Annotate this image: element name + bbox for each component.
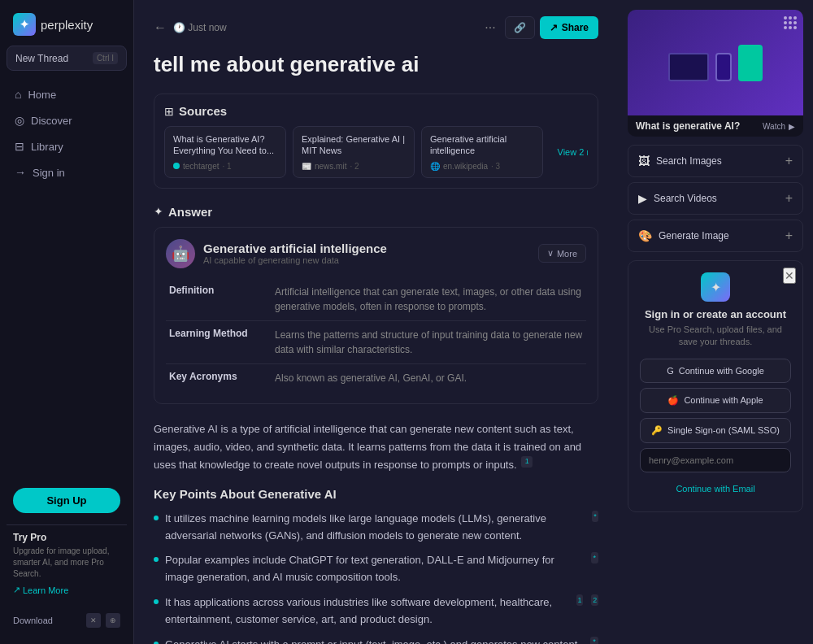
google-icon: G xyxy=(667,366,674,376)
images-icon: 🖼 xyxy=(638,154,650,168)
sign-in-logo: ✦ xyxy=(701,272,730,302)
view-more-button[interactable]: View 2 more xyxy=(550,126,588,178)
watch-button[interactable]: Watch ▶ xyxy=(763,122,795,131)
link-button[interactable]: 🔗 xyxy=(505,16,535,39)
citation-3: * xyxy=(591,552,598,564)
share-button[interactable]: ↗ Share xyxy=(540,16,598,39)
key-icon: 🔑 xyxy=(651,425,663,436)
answer-entity-header: 🤖 Generative artificial intelligence AI … xyxy=(166,239,586,268)
action-cards: 🖼 Search Images + ▶ Search Videos + 🎨 Ge… xyxy=(628,145,803,252)
nav-label-home: Home xyxy=(28,89,56,101)
logo-text: perplexity xyxy=(41,18,93,32)
sidebar-item-library[interactable]: ⊟ Library xyxy=(7,134,127,159)
plus-icon: + xyxy=(785,154,793,168)
learn-more-link[interactable]: ↗ Learn More xyxy=(13,585,120,595)
info-table: Definition Artificial intelligence that … xyxy=(166,278,586,392)
signin-icon: → xyxy=(15,166,26,179)
label-learning: Learning Method xyxy=(166,320,272,363)
sign-up-button[interactable]: Sign Up xyxy=(13,488,120,513)
answer-title-group: Generative artificial intelligence AI ca… xyxy=(203,242,530,265)
sso-auth-button[interactable]: 🔑 Single Sign-on (SAML SSO) xyxy=(640,418,791,443)
table-row-definition: Definition Artificial intelligence that … xyxy=(166,278,586,321)
sources-icon: ⊞ xyxy=(164,105,174,118)
videos-icon: ▶ xyxy=(638,192,647,205)
entity-subtitle: AI capable of generating new data xyxy=(203,255,530,265)
sign-in-description: Use Pro Search, upload files, and save y… xyxy=(640,324,791,349)
answer-avatar: 🤖 xyxy=(166,239,195,268)
video-dots xyxy=(784,16,797,29)
nav-label-signin: Sign in xyxy=(33,167,65,179)
search-images-card[interactable]: 🖼 Search Images + xyxy=(628,145,803,177)
timestamp: 🕐 Just now xyxy=(173,22,227,33)
query-title: tell me about generative ai xyxy=(154,52,598,77)
main-content: ← 🕐 Just now ··· 🔗 ↗ Share tell me about… xyxy=(134,0,618,644)
top-actions: ··· 🔗 ↗ Share xyxy=(480,16,598,39)
label-definition: Definition xyxy=(166,278,272,321)
twitter-icon[interactable]: ✕ xyxy=(86,613,101,628)
nav-label-discover: Discover xyxy=(31,115,72,127)
sidebar-item-signin[interactable]: → Sign in xyxy=(7,160,127,185)
list-item: Popular examples include ChatGPT for tex… xyxy=(154,552,598,586)
top-bar: ← 🕐 Just now ··· 🔗 ↗ Share xyxy=(154,16,598,39)
sidebar: ✦ perplexity New Thread Ctrl I ⌂ Home ◎ … xyxy=(0,0,134,644)
label-acronyms: Key Acronyms xyxy=(166,363,272,392)
sidebar-item-discover[interactable]: ◎ Discover xyxy=(7,108,127,133)
try-pro-section: Try Pro Upgrade for image upload, smarte… xyxy=(7,524,127,602)
video-card[interactable]: What is generative AI? Watch ▶ xyxy=(628,10,803,137)
video-title: What is generative AI? xyxy=(636,120,740,132)
nav-label-library: Library xyxy=(31,141,63,153)
list-item: It has applications across various indus… xyxy=(154,594,598,629)
sidebar-item-home[interactable]: ⌂ Home xyxy=(7,82,127,107)
google-auth-button[interactable]: G Continue with Google xyxy=(640,359,791,383)
try-pro-title: Try Pro xyxy=(13,532,120,543)
bullet-dot xyxy=(154,599,159,604)
answer-icon: ✦ xyxy=(154,205,163,218)
discord-icon[interactable]: ⊕ xyxy=(106,613,120,628)
library-icon: ⊟ xyxy=(15,140,24,153)
apple-auth-button[interactable]: 🍎 Continue with Apple xyxy=(640,388,791,413)
search-videos-card[interactable]: ▶ Search Videos + xyxy=(628,182,803,215)
video-devices xyxy=(668,45,763,81)
close-button[interactable]: ✕ xyxy=(783,268,796,284)
value-learning: Learns the patterns and structure of inp… xyxy=(272,320,586,363)
images-label: Search Images xyxy=(656,155,722,167)
citation-5: 2 xyxy=(591,594,598,606)
source-meta-1: techtarget · 1 xyxy=(173,162,277,171)
citation-6: * xyxy=(590,637,598,644)
sidebar-bottom: Download ✕ ⊕ xyxy=(7,607,127,634)
citation-1: 1 xyxy=(521,456,533,468)
new-thread-button[interactable]: New Thread Ctrl I xyxy=(7,46,127,71)
body-paragraph: Generative AI is a type of artificial in… xyxy=(154,420,598,474)
more-inline-button[interactable]: ∨ More xyxy=(538,244,586,263)
social-icons: ✕ ⊕ xyxy=(86,613,120,628)
plus-icon: + xyxy=(785,191,793,206)
source-card-1[interactable]: What is Generative AI? Everything You Ne… xyxy=(164,126,286,178)
citation-4: 1 xyxy=(576,594,584,606)
download-button[interactable]: Download xyxy=(13,616,53,625)
continue-email-button[interactable]: Continue with Email xyxy=(640,477,791,500)
sources-title: Sources xyxy=(179,104,227,118)
link-icon: 🔗 xyxy=(514,22,526,33)
source-title-3: Generative artificial intelligence xyxy=(430,133,534,157)
more-button[interactable]: ··· xyxy=(480,16,499,39)
sources-section: ⊞ Sources What is Generative AI? Everyth… xyxy=(154,94,598,189)
chevron-down-icon: ∨ xyxy=(547,248,554,259)
value-definition: Artificial intelligence that can generat… xyxy=(272,278,586,321)
generate-image-card[interactable]: 🎨 Generate Image + xyxy=(628,220,803,252)
app-logo: ✦ perplexity xyxy=(7,10,127,46)
logo-icon: ✦ xyxy=(13,13,36,36)
key-points-title: Key Points About Generative AI xyxy=(154,487,598,501)
apple-icon: 🍎 xyxy=(667,395,679,406)
table-row-acronyms: Key Acronyms Also known as generative AI… xyxy=(166,363,586,392)
source-card-3[interactable]: Generative artificial intelligence 🌐 en.… xyxy=(421,126,543,178)
source-title-2: Explained: Generative AI | MIT News xyxy=(302,133,406,157)
sources-header: ⊞ Sources xyxy=(164,104,588,118)
sources-grid: What is Generative AI? Everything You Ne… xyxy=(164,126,588,178)
answer-title: Answer xyxy=(168,205,212,219)
list-item: Generative AI starts with a prompt or in… xyxy=(154,637,598,644)
email-input[interactable] xyxy=(640,448,791,472)
play-icon: ▶ xyxy=(789,122,795,131)
bullet-dot xyxy=(154,557,159,562)
back-button[interactable]: ← xyxy=(154,20,167,35)
source-card-2[interactable]: Explained: Generative AI | MIT News 📰 ne… xyxy=(293,126,415,178)
